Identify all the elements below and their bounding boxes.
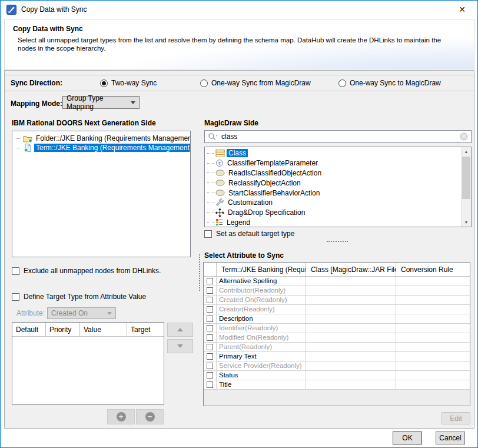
class-cell[interactable] <box>306 333 396 342</box>
attribute-select[interactable]: Created On <box>47 307 116 319</box>
class-cell[interactable] <box>306 361 396 370</box>
list-item-class[interactable]: Class <box>205 148 471 158</box>
list-item-label: StartClassifierBehaviorAction <box>227 189 321 197</box>
checkbox-icon[interactable] <box>207 278 213 284</box>
conversion-cell[interactable] <box>396 343 470 351</box>
class-cell[interactable] <box>306 286 396 295</box>
conversion-cell[interactable] <box>396 333 470 342</box>
checkbox-icon[interactable] <box>207 306 213 313</box>
checkbox-icon[interactable] <box>207 334 213 341</box>
conversion-cell[interactable] <box>396 371 470 380</box>
checkbox-icon[interactable] <box>207 297 213 303</box>
move-up-button[interactable] <box>167 323 193 337</box>
checkbox-icon[interactable] <box>12 267 19 275</box>
attribute-label: Contributor(Readonly) <box>217 286 306 295</box>
list-item-classifier-template-parameter[interactable]: T ClassifierTemplateParameter <box>205 158 471 168</box>
class-cell[interactable] <box>306 352 396 361</box>
class-cell[interactable] <box>306 296 396 304</box>
checkbox-icon[interactable] <box>207 363 213 369</box>
header-description-line1: Select all unmapped target types from th… <box>18 36 441 44</box>
checkbox-icon[interactable] <box>207 381 213 388</box>
exclude-unmapped-checkbox-row[interactable]: Exclude all unmapped nodes from DHLinks. <box>12 267 161 275</box>
radio-one-way-from-magicdraw[interactable]: One-way Sync from MagicDraw <box>200 79 311 87</box>
vertical-splitter-handle[interactable] <box>199 254 200 291</box>
table-row[interactable]: Parent(Readonly) <box>204 343 470 352</box>
search-input[interactable] <box>221 131 457 142</box>
tree-item-folder[interactable]: Folder::/JKE Banking (Requirements Manag… <box>12 134 190 143</box>
conversion-cell[interactable] <box>396 352 470 361</box>
clear-search-icon[interactable] <box>460 132 468 141</box>
list-item-read-is-classified-object-action[interactable]: ReadIsClassifiedObjectAction <box>205 168 471 178</box>
folder-icon <box>23 135 32 142</box>
table-row[interactable]: Contributor(Readonly) <box>204 286 470 296</box>
column-header-term[interactable]: Term::/JKE Banking (Requir... <box>217 263 306 276</box>
search-icon[interactable] <box>208 132 218 141</box>
conversion-cell[interactable] <box>396 314 470 323</box>
conversion-cell[interactable] <box>396 286 470 295</box>
list-item-reclassify-object-action[interactable]: ReclassifyObjectAction <box>205 178 471 188</box>
class-cell[interactable] <box>306 324 396 333</box>
checkbox-icon[interactable] <box>204 230 212 238</box>
conversion-cell[interactable] <box>396 361 470 370</box>
scrollbar-thumb[interactable] <box>462 157 470 199</box>
set-default-target-checkbox-row[interactable]: Set as default target type <box>204 230 294 238</box>
ok-button[interactable]: OK <box>393 432 422 444</box>
conversion-cell[interactable] <box>396 380 470 389</box>
class-cell[interactable] <box>306 277 396 286</box>
column-header-default[interactable]: Default <box>12 323 46 336</box>
list-item-legend[interactable]: Legend <box>205 218 471 227</box>
column-header-class[interactable]: Class [MagicDraw::JAR File ... <box>306 263 396 276</box>
conversion-cell[interactable] <box>396 324 470 333</box>
class-cell[interactable] <box>306 371 396 380</box>
class-cell[interactable] <box>306 380 396 389</box>
table-row[interactable]: Title <box>204 380 470 390</box>
table-row[interactable]: Description <box>204 314 470 324</box>
table-row[interactable]: Created On(Readonly) <box>204 296 470 305</box>
list-item-start-classifier-behavior-action[interactable]: StartClassifierBehaviorAction <box>205 188 471 198</box>
table-row[interactable]: Primary Text <box>204 352 470 361</box>
column-header-priority[interactable]: Priority <box>46 323 80 336</box>
arrow-up-icon <box>177 328 183 331</box>
conversion-cell[interactable] <box>396 305 470 314</box>
list-scrollbar[interactable]: ▲ ▼ <box>461 147 471 227</box>
column-header-value[interactable]: Value <box>80 323 127 336</box>
list-item-drag-drop-specification[interactable]: Drag&Drop Specification <box>205 208 471 218</box>
class-cell[interactable] <box>306 314 396 323</box>
checkbox-icon[interactable] <box>207 372 213 379</box>
mapping-mode-label: Mapping Mode: <box>11 99 62 108</box>
table-row[interactable]: Modified On(Readonly) <box>204 333 470 343</box>
remove-row-button[interactable]: − <box>136 409 164 424</box>
checkbox-icon[interactable] <box>207 344 213 350</box>
checkbox-icon[interactable] <box>12 293 19 301</box>
attribute-label: Identifier(Readonly) <box>217 324 306 333</box>
close-icon[interactable]: ✕ <box>453 1 472 18</box>
scroll-up-icon[interactable]: ▲ <box>462 147 471 156</box>
conversion-cell[interactable] <box>396 296 470 304</box>
table-row[interactable]: Alternative Spelling <box>204 277 470 286</box>
class-cell[interactable] <box>306 343 396 351</box>
scroll-down-icon[interactable]: ▼ <box>462 218 471 227</box>
checkbox-icon[interactable] <box>207 353 213 360</box>
table-row[interactable]: Identifier(Readonly) <box>204 324 470 333</box>
mapping-mode-select[interactable]: Group Type Mapping <box>62 96 140 109</box>
class-cell[interactable] <box>306 305 396 314</box>
move-down-button[interactable] <box>167 339 193 353</box>
edit-button[interactable]: Edit <box>442 412 470 424</box>
define-target-type-checkbox-row[interactable]: Define Target Type from Attribute Value <box>12 293 146 301</box>
table-row[interactable]: Service Provider(Readonly) <box>204 361 470 371</box>
conversion-cell[interactable] <box>396 277 470 286</box>
checkbox-icon[interactable] <box>207 316 213 322</box>
checkbox-icon[interactable] <box>207 287 213 294</box>
horizontal-splitter-handle[interactable] <box>327 241 348 242</box>
tree-item-term[interactable]: Term::/JKE Banking (Requirements Managem… <box>12 143 190 152</box>
table-row[interactable]: Status <box>204 371 470 380</box>
checkbox-icon[interactable] <box>207 325 213 331</box>
list-item-customization[interactable]: Customization <box>205 198 471 208</box>
add-row-button[interactable]: + <box>107 409 135 424</box>
column-header-conversion-rule[interactable]: Conversion Rule <box>396 263 470 276</box>
cancel-button[interactable]: Cancel <box>436 432 465 444</box>
table-row[interactable]: Creator(Readonly) <box>204 305 470 314</box>
radio-one-way-to-magicdraw[interactable]: One-way Sync to MagicDraw <box>338 79 441 87</box>
radio-two-way-sync[interactable]: Two-way Sync <box>100 79 157 87</box>
column-header-target[interactable]: Target <box>127 323 164 336</box>
